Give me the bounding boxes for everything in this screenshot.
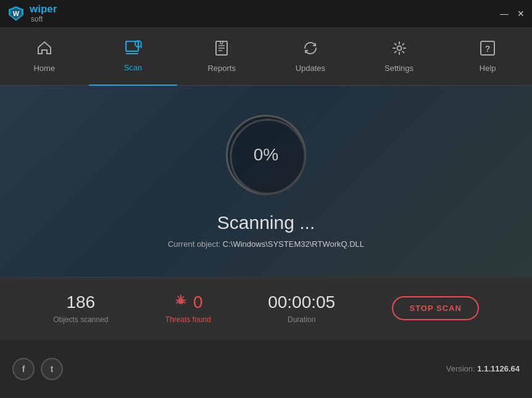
threats-value-container: 0 bbox=[173, 292, 203, 312]
objects-scanned-label: Objects scanned bbox=[53, 315, 108, 324]
current-object-value: C:\Windows\SYSTEM32\RTWorkQ.DLL bbox=[223, 239, 364, 249]
duration-label: Duration bbox=[288, 315, 315, 324]
twitter-button[interactable]: t bbox=[41, 358, 63, 380]
scan-progress-circle: 0% bbox=[226, 115, 306, 195]
nav-home-label: Home bbox=[33, 64, 55, 73]
objects-scanned-value: 186 bbox=[66, 292, 95, 312]
window-controls: — ✕ bbox=[500, 9, 525, 18]
version-number: 1.1.1126.64 bbox=[477, 364, 520, 373]
nav-scan-label: Scan bbox=[124, 63, 143, 72]
nav-reports-label: Reports bbox=[207, 64, 236, 73]
svg-line-19 bbox=[178, 296, 180, 298]
stop-scan-button[interactable]: STOP SCAN bbox=[392, 296, 478, 320]
bug-icon bbox=[173, 293, 188, 312]
version-label: Version: bbox=[446, 364, 475, 373]
nav-help[interactable]: ? Help bbox=[443, 27, 532, 86]
svg-point-17 bbox=[178, 298, 184, 304]
close-button[interactable]: ✕ bbox=[517, 9, 525, 18]
stats-bar: 186 Objects scanned 0 Threats found 00:0 bbox=[0, 277, 532, 339]
navigation-bar: Home Scan Reports bbox=[0, 27, 532, 86]
nav-settings-label: Settings bbox=[384, 64, 414, 73]
home-icon bbox=[36, 40, 52, 60]
logo-text: wiper soft bbox=[30, 4, 57, 23]
scan-percent: 0% bbox=[254, 145, 278, 165]
nav-home[interactable]: Home bbox=[0, 27, 89, 86]
nav-help-label: Help bbox=[480, 64, 496, 73]
threats-found-stat: 0 Threats found bbox=[165, 292, 211, 324]
current-object-label: Current object: bbox=[168, 239, 220, 249]
social-icons: f t bbox=[12, 358, 63, 380]
minimize-button[interactable]: — bbox=[500, 9, 509, 18]
duration-value: 00:00:05 bbox=[268, 292, 335, 312]
settings-icon bbox=[391, 40, 407, 60]
title-bar: W wiper soft — ✕ bbox=[0, 0, 532, 27]
svg-line-23 bbox=[176, 302, 178, 303]
svg-point-11 bbox=[220, 41, 223, 44]
svg-line-22 bbox=[184, 300, 186, 301]
reports-icon bbox=[215, 40, 228, 60]
updates-icon bbox=[302, 40, 318, 60]
duration-stat: 00:00:05 Duration bbox=[268, 292, 335, 324]
footer: f t Version: 1.1.1126.64 bbox=[0, 339, 532, 398]
nav-scan[interactable]: Scan bbox=[89, 27, 178, 86]
logo-shield-icon: W bbox=[7, 5, 25, 22]
svg-line-6 bbox=[141, 46, 142, 48]
svg-line-20 bbox=[183, 296, 185, 298]
nav-updates[interactable]: Updates bbox=[266, 27, 355, 86]
svg-text:?: ? bbox=[485, 44, 491, 54]
nav-updates-label: Updates bbox=[296, 64, 325, 73]
scan-area: 0% Scanning ... Current object: C:\Windo… bbox=[0, 86, 532, 277]
version-info: Version: 1.1.1126.64 bbox=[446, 364, 520, 373]
facebook-button[interactable]: f bbox=[12, 358, 35, 380]
svg-line-24 bbox=[184, 302, 186, 303]
svg-text:W: W bbox=[13, 10, 20, 17]
scanning-status: Scanning ... bbox=[217, 212, 315, 233]
help-icon: ? bbox=[480, 40, 496, 60]
threats-label: Threats found bbox=[165, 315, 211, 324]
logo-area: W wiper soft bbox=[7, 4, 57, 23]
nav-reports[interactable]: Reports bbox=[177, 27, 266, 86]
threats-count: 0 bbox=[193, 292, 203, 312]
svg-point-12 bbox=[397, 46, 401, 50]
objects-scanned-stat: 186 Objects scanned bbox=[53, 292, 108, 324]
scan-icon bbox=[125, 39, 142, 59]
current-object-line: Current object: C:\Windows\SYSTEM32\RTWo… bbox=[168, 239, 364, 249]
nav-settings[interactable]: Settings bbox=[355, 27, 444, 86]
svg-line-21 bbox=[176, 300, 178, 301]
